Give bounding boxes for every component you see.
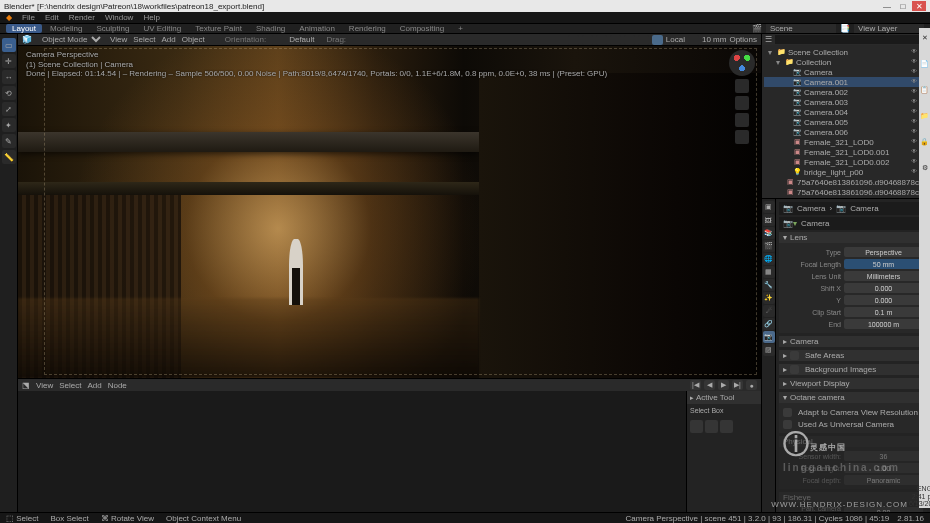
workspace-tab-shading[interactable]: Shading [250, 24, 291, 33]
shading-solid-icon[interactable] [624, 35, 635, 45]
outliner-item[interactable]: ▣75a7640e813861096.d90468878c1771e8.001👁… [764, 187, 928, 197]
orient-value[interactable]: Default [289, 35, 314, 44]
vpmenu-add[interactable]: Add [161, 35, 175, 44]
pan-gizmo-icon[interactable] [735, 96, 749, 110]
npanel-title[interactable]: ▸ Active Tool [687, 391, 761, 404]
tl-select[interactable]: Select [59, 381, 81, 390]
disclosure-triangle[interactable]: ▾ [776, 58, 782, 67]
outliner-item[interactable]: 💡bridge_light_p00👁📷 [764, 167, 928, 177]
outliner-item[interactable]: ▾📁Collection👁📷 [764, 57, 928, 67]
lens-panel-header[interactable]: ▾ Lens [779, 232, 927, 243]
prop-world-icon[interactable]: 🌐 [763, 253, 775, 265]
zoom-field[interactable]: 10 mm [702, 35, 726, 44]
menu-window[interactable]: Window [105, 13, 133, 22]
outliner-item[interactable]: ▣75a7640e813861096.d90468878c1771e8.002👁… [764, 197, 928, 198]
prop-data-camera-icon[interactable]: 📷 [763, 331, 775, 343]
prop-render-icon[interactable]: ▣ [763, 201, 775, 213]
zoom-gizmo-icon[interactable] [735, 79, 749, 93]
gizmo-toggle[interactable] [568, 35, 579, 45]
editor-type-icon-2[interactable]: ⬔ [22, 381, 30, 390]
workspace-tab-sculpting[interactable]: Sculpting [91, 24, 136, 33]
menu-file[interactable]: File [22, 13, 35, 22]
visibility-toggle[interactable]: 👁 [911, 78, 919, 86]
bgimages-panel-header[interactable]: ▸ Background Images [779, 364, 927, 375]
sidebar-icon-4[interactable]: 🔒 [920, 138, 929, 146]
persp-gizmo-icon[interactable] [735, 130, 749, 144]
sidebar-icon-1[interactable]: 📄 [920, 60, 929, 68]
visibility-toggle[interactable]: 👁 [911, 48, 919, 56]
3d-viewport[interactable]: Camera Perspective(1) Scene Collection |… [18, 46, 761, 378]
play-button[interactable]: ▶ [718, 380, 729, 390]
visibility-toggle[interactable]: 👁 [911, 108, 919, 116]
focal-length-input[interactable]: 50 mm [844, 259, 923, 269]
bgimages-checkbox[interactable] [790, 365, 799, 374]
prop-constraint-icon[interactable]: 🔗 [763, 318, 775, 330]
outliner-item[interactable]: ▣Female_321_LOD0.002👁📷 [764, 157, 928, 167]
outliner-item[interactable]: 📷Camera.004👁📷 [764, 107, 928, 117]
workspace-tab-uv-editing[interactable]: UV Editing [137, 24, 187, 33]
safeareas-panel-header[interactable]: ▸ Safe Areas [779, 350, 927, 361]
filter-icon[interactable] [688, 35, 699, 45]
local-label[interactable]: Local [666, 35, 685, 44]
jump-start-button[interactable]: |◀ [690, 380, 701, 390]
prop-physics-icon[interactable]: ☄ [763, 305, 775, 317]
menu-help[interactable]: Help [143, 13, 159, 22]
tray-lang[interactable]: ENG [909, 485, 930, 493]
outliner-item[interactable]: 📷Camera.006👁📷 [764, 127, 928, 137]
visibility-toggle[interactable]: 👁 [911, 158, 919, 166]
sidebar-x[interactable]: ✕ [922, 34, 928, 42]
visibility-toggle[interactable]: 👁 [911, 118, 919, 126]
prop-modifier-icon[interactable]: 🔧 [763, 279, 775, 291]
camera-gizmo-icon[interactable] [735, 113, 749, 127]
outliner-mode-icon[interactable]: ☰ [765, 35, 772, 44]
select-box-tool[interactable]: ▭ [2, 38, 16, 52]
shift-y-input[interactable]: 0.000 [844, 295, 923, 305]
outliner-item[interactable]: 📷Camera.002👁📷 [764, 87, 928, 97]
prop-object-icon[interactable]: ▦ [763, 266, 775, 278]
outliner-search[interactable] [775, 35, 920, 44]
sidebar-icon-5[interactable]: ⚙ [922, 164, 928, 172]
vpmenu-view[interactable]: View [110, 35, 127, 44]
editor-type-icon[interactable]: 🧊 [22, 35, 32, 44]
prop-scene-icon[interactable]: 🎬 [763, 240, 775, 252]
tool-option-1[interactable] [690, 420, 703, 433]
outliner-item[interactable]: 📷Camera.001👁📷 [764, 77, 928, 87]
outliner-item[interactable]: ▣75a7640e813861096.d90468878c1771e8👁📷 [764, 177, 928, 187]
workspace-tab-modeling[interactable]: Modeling [44, 24, 88, 33]
vpdisplay-panel-header[interactable]: ▸ Viewport Display [779, 378, 927, 389]
clip-end-input[interactable]: 100000 m [844, 319, 923, 329]
menu-render[interactable]: Render [69, 13, 95, 22]
xray-toggle[interactable] [596, 35, 607, 45]
rotate-tool[interactable]: ⟲ [2, 86, 16, 100]
vpmenu-object[interactable]: Object [182, 35, 205, 44]
transform-tool[interactable]: ✦ [2, 118, 16, 132]
scale-tool[interactable]: ⤢ [2, 102, 16, 116]
prop-viewlayer-icon[interactable]: 📚 [763, 227, 775, 239]
overlay-toggle[interactable] [582, 35, 593, 45]
tl-view[interactable]: View [36, 381, 53, 390]
node-editor-area[interactable]: ▸ Active Tool Select Box [18, 391, 761, 518]
tool-option-2[interactable] [705, 420, 718, 433]
outliner-item[interactable]: ▣Female_321_LOD0👁📷 [764, 137, 928, 147]
prop-particle-icon[interactable]: ✨ [763, 292, 775, 304]
outliner-item[interactable]: 📷Camera.003👁📷 [764, 97, 928, 107]
vpmenu-select[interactable]: Select [133, 35, 155, 44]
scene-name-input[interactable] [766, 24, 836, 33]
camera-panel-header[interactable]: ▸ Camera [779, 336, 927, 347]
disclosure-triangle[interactable]: ▾ [768, 48, 774, 57]
shading-rendered-icon[interactable] [652, 35, 663, 45]
workspace-tab-compositing[interactable]: Compositing [394, 24, 450, 33]
close-button[interactable]: ✕ [912, 1, 926, 11]
maximize-button[interactable]: □ [896, 1, 910, 11]
move-tool[interactable]: ↔ [2, 70, 16, 84]
visibility-toggle[interactable]: 👁 [911, 128, 919, 136]
outliner-item[interactable]: ▾📁Scene Collection👁📷 [764, 47, 928, 57]
orientation-dropdown[interactable] [272, 35, 283, 45]
octane-panel-header[interactable]: ▾ Octane camera [779, 392, 927, 403]
measure-tool[interactable]: 📏 [2, 150, 16, 164]
adapt-res-checkbox[interactable] [783, 408, 792, 417]
workspace-tab-+[interactable]: + [452, 24, 469, 33]
camera-datablock-row[interactable]: 📷▾Camera [779, 217, 927, 230]
menu-edit[interactable]: Edit [45, 13, 59, 22]
tl-node[interactable]: Node [108, 381, 127, 390]
